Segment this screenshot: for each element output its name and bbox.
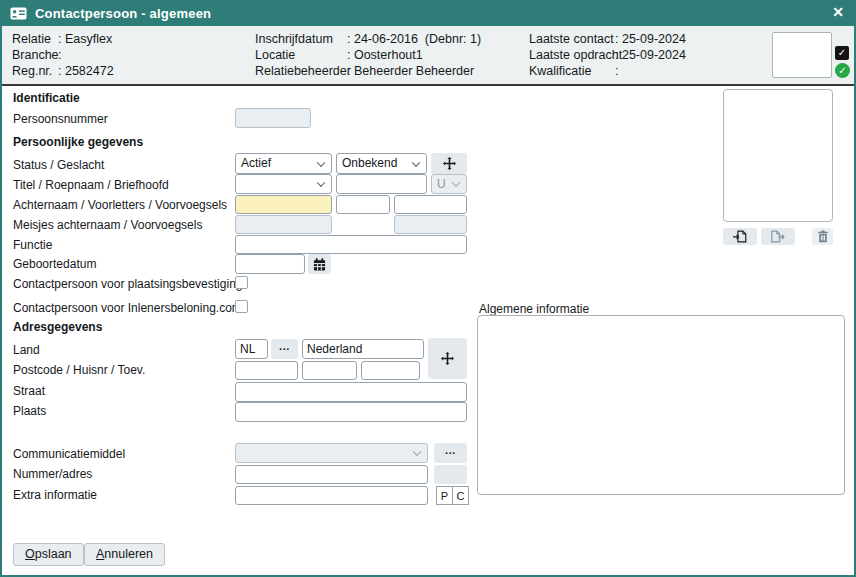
kwalificatie-label: Kwalificatie [529,63,615,79]
achternaam-input[interactable] [235,195,332,214]
communicatiemiddel-lookup-button[interactable]: ··· [434,443,467,463]
voorletters-input[interactable] [336,195,390,214]
photo-import-button[interactable] [723,228,757,245]
straat-input[interactable] [235,382,467,402]
move-icon [441,352,454,365]
contact-photo-placeholder [723,89,833,222]
land-code-input[interactable] [235,339,268,359]
document-export-icon [771,230,785,243]
inschrijfdatum-value: : 24-06-2016 (Debnr: 1) [347,32,481,46]
chevron-down-icon [452,178,460,186]
close-button[interactable]: ✕ [832,4,844,20]
meisjes-achternaam-input [235,215,332,234]
geboortedatum-calendar-button[interactable] [308,254,331,274]
persoonsnummer-label: Persoonsnummer [13,112,108,126]
titel-roepnaam-briefhoofd-label: Titel / Roepnaam / Briefhoofd [13,178,169,192]
status-ok-badge: ✓ [835,63,850,78]
meisjesnaam-label: Meisjes achternaam / Voorvoegsels [13,218,202,232]
c-button[interactable]: C [452,486,469,505]
functie-label: Functie [13,238,52,252]
regnr-label: Reg.nr. [12,63,58,79]
status-geslacht-label: Status / Geslacht [13,158,104,172]
laatste-opdracht-value: : 25-09-2024 [615,48,686,62]
laatste-contact-label: Laatste contact [529,31,615,47]
algemene-informatie-textarea[interactable] [477,315,845,495]
nummer-adres-label: Nummer/adres [13,467,92,481]
header-column-2: Inschrijfdatum: 24-06-2016 (Debnr: 1) Lo… [255,31,481,79]
functie-input[interactable] [235,235,467,254]
land-label: Land [13,343,40,357]
postcode-input[interactable] [235,361,298,380]
land-lookup-button[interactable]: ··· [271,339,298,359]
extra-informatie-label: Extra informatie [13,488,97,502]
toevoeging-input[interactable] [361,361,420,380]
nummer-adres-input[interactable] [235,465,428,484]
geboortedatum-input[interactable] [235,254,305,274]
header-black-checkbox[interactable]: ✓ [835,46,849,60]
section-identificatie: Identificatie [13,91,80,105]
branche-label: Branche [12,47,58,63]
locatie-label: Locatie [255,47,347,63]
move-icon [443,157,456,170]
relatie-label: Relatie [12,31,58,47]
status-select-value: Actief [241,156,271,170]
kwalificatie-value: : [615,64,618,78]
postcode-label: Postcode / Huisnr / Toev. [13,363,145,377]
chevron-down-icon [317,178,325,186]
regnr-value: : 2582472 [58,64,114,78]
adres-move-button[interactable] [428,338,467,379]
extra-informatie-input[interactable] [235,486,428,505]
status-select[interactable]: Actief [235,153,332,174]
geboortedatum-label: Geboortedatum [13,257,96,271]
header-column-1: Relatie: Easyflex Branche: Reg.nr.: 2582… [12,31,114,79]
photo-export-button[interactable] [761,228,795,245]
section-persoonlijke-gegevens: Persoonlijke gegevens [13,135,143,149]
window-title: Contactpersoon - algemeen [35,6,211,21]
communicatiemiddel-select[interactable] [235,443,428,463]
briefhoofd-select[interactable]: U [431,174,467,194]
persoonsnummer-input [235,108,311,128]
meisjes-voorvoegsels-input [394,215,467,234]
plaats-label: Plaats [13,404,46,418]
contact-card-icon [10,7,27,20]
achternaam-label: Achternaam / Voorletters / Voorvoegsels [13,198,227,212]
contactpersoon-dialog: Contactpersoon - algemeen ✕ Relatie: Eas… [0,0,856,577]
algemene-informatie-label: Algemene informatie [479,302,589,316]
geslacht-select[interactable]: Onbekend [336,153,427,174]
trash-icon [817,230,829,243]
annuleren-button[interactable]: Annuleren [84,543,165,566]
p-button[interactable]: P [436,486,453,505]
chevron-down-icon [317,158,325,166]
relatiebeheerder-label: Relatiebeheerder [255,63,347,79]
inlenersbeloning-checkbox[interactable] [235,300,248,313]
briefhoofd-select-value: U [437,177,446,191]
roepnaam-input[interactable] [336,174,427,194]
plaatsingsbevestiging-label: Contactpersoon voor plaatsingsbevestigin… [13,277,242,291]
header-column-3: Laatste contact: 25-09-2024 Laatste opdr… [529,31,686,79]
status-move-button[interactable] [431,153,467,174]
plaats-input[interactable] [235,402,467,422]
titlebar: Contactpersoon - algemeen ✕ [0,0,856,26]
header-photo-box [772,32,832,78]
huisnr-input[interactable] [302,361,357,380]
relatie-value: : Easyflex [58,32,112,46]
communicatiemiddel-label: Communicatiemiddel [13,447,125,461]
locatie-value: : Oosterhout1 [347,48,423,62]
nummer-adres-action-placeholder [434,465,467,484]
photo-delete-button[interactable] [812,228,833,245]
opslaan-button[interactable]: Opslaan [13,543,84,566]
relatiebeheerder-value: : Beheerder Beheerder [347,64,474,78]
plaatsingsbevestiging-checkbox[interactable] [235,276,248,289]
inschrijfdatum-label: Inschrijfdatum [255,31,347,47]
titel-select[interactable] [235,174,332,194]
chevron-down-icon [413,447,421,455]
geslacht-select-value: Onbekend [342,156,397,170]
land-naam-input[interactable] [302,339,424,359]
relation-info-header: Relatie: Easyflex Branche: Reg.nr.: 2582… [0,26,856,86]
laatste-contact-value: : 25-09-2024 [615,32,686,46]
laatste-opdracht-label: Laatste opdracht [529,47,615,63]
voorvoegsels-input[interactable] [394,195,467,214]
calendar-icon [313,258,326,271]
branche-value: : [58,48,61,62]
inlenersbeloning-label: Contactpersoon voor Inlenersbeloning.com [13,301,242,315]
